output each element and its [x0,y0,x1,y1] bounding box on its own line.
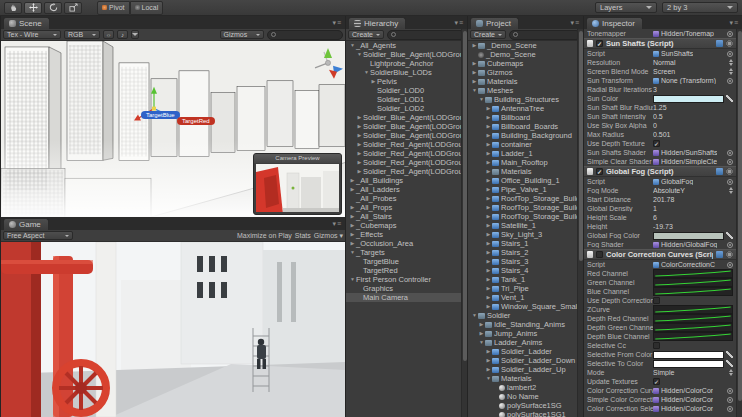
eyedropper-icon[interactable] [726,360,733,367]
expand-arrow-icon[interactable]: ▶ [485,203,492,212]
object-picker-icon[interactable] [727,406,733,412]
value-field[interactable]: 0.501 [653,131,671,138]
expand-arrow-icon[interactable]: ▶ [478,329,485,338]
project-item[interactable]: ▶Tank_1 [468,275,577,284]
expand-arrow-icon[interactable]: ▶ [356,122,363,131]
target-blue-label[interactable]: TargetBlue [141,111,180,119]
project-item[interactable]: ▶Cubemaps [468,59,577,68]
project-item[interactable]: ▶_Demo_Scene [468,41,577,50]
checkbox[interactable] [596,251,603,258]
component-header[interactable]: ✓Sun Shafts (Script) [584,38,736,49]
hierarchy-item[interactable]: Soldier_LOD1 [346,95,461,104]
project-item[interactable]: ▶Stairs_2 [468,248,577,257]
expand-arrow-icon[interactable]: ▶ [485,239,492,248]
project-item[interactable]: ▶Main_Rooftop [468,158,577,167]
object-picker-icon[interactable] [727,51,733,57]
expand-arrow-icon[interactable]: ▶ [349,203,356,212]
object-field[interactable]: GlobalFog [661,178,693,185]
hierarchy-item[interactable]: ▶_All_Ladders [346,185,461,194]
expand-arrow-icon[interactable]: ▶ [485,167,492,176]
object-field[interactable]: ColorCorrectionC [661,261,715,268]
project-item[interactable]: ▶Tri_Pipe [468,284,577,293]
expand-arrow-icon[interactable]: ▶ [471,59,478,68]
curve-field[interactable] [653,287,733,296]
stats-toggle[interactable]: Stats [295,232,311,239]
curve-field[interactable] [653,323,733,332]
expand-arrow-icon[interactable]: ▶ [349,230,356,239]
expand-arrow-icon[interactable]: ▶ [485,122,492,131]
expand-arrow-icon[interactable]: ▶ [349,185,356,194]
component-header[interactable]: ✓Global Fog (Script) [584,166,736,177]
eyedropper-icon[interactable] [726,351,733,358]
hierarchy-item[interactable]: ▶Soldier_Red_Agent(LODGroup) [346,167,461,176]
expand-arrow-icon[interactable]: ▶ [349,221,356,230]
help-icon[interactable] [716,168,723,175]
project-item[interactable]: ▶RoofTop_Storage_Build [468,212,577,221]
project-item[interactable]: ▶Materials [468,167,577,176]
expand-arrow-icon[interactable]: ▶ [485,266,492,275]
value-field[interactable]: 201.78 [653,196,674,203]
tab-project[interactable]: Project [470,17,519,29]
project-item[interactable]: ▶AntennaTree [468,104,577,113]
expand-arrow-icon[interactable]: ▶ [485,365,492,374]
project-item[interactable]: ▶Building_Background [468,131,577,140]
hierarchy-item[interactable]: _All_Probes [346,194,461,203]
object-field[interactable]: Hidden/ColorCor [661,405,713,412]
hierarchy-item[interactable]: Lightprobe_Anchor [346,59,461,68]
hierarchy-item[interactable]: ▶_Cubemaps [346,221,461,230]
object-picker-icon[interactable] [727,397,733,403]
project-item[interactable]: ▶RoofTop_Storage_Build [468,194,577,203]
expand-arrow-icon[interactable]: ▶ [478,320,485,329]
expand-arrow-icon[interactable]: ▼ [356,50,363,59]
panel-menu-icon[interactable]: ▾≡ [570,19,580,27]
value-field[interactable]: 1 [653,205,657,212]
project-item[interactable]: ▶Satellite_1 [468,221,577,230]
expand-arrow-icon[interactable]: ▶ [485,275,492,284]
hierarchy-item[interactable]: ▶_All_Buildings [346,176,461,185]
expand-arrow-icon[interactable]: ▶ [485,176,492,185]
object-field[interactable]: SunShafts [661,50,693,57]
help-icon[interactable] [716,251,723,258]
object-field[interactable]: Hidden/SimpleCle [661,158,717,165]
dropdown-value[interactable]: AbsoluteY [653,187,685,194]
project-item[interactable]: ▶Stairs_1 [468,239,577,248]
checkbox[interactable]: ✓ [653,378,660,385]
object-field[interactable]: None (Transform) [661,77,716,84]
color-swatch[interactable] [653,232,724,240]
project-item[interactable]: ▶Vent_1 [468,293,577,302]
object-picker-icon[interactable] [727,179,733,185]
hierarchy-item[interactable]: ▶Pelvis [346,77,461,86]
tab-hierarchy[interactable]: Hierarchy [348,17,406,29]
expand-arrow-icon[interactable]: ▶ [485,104,492,113]
hierarchy-item[interactable]: ▶_All_Stairs [346,212,461,221]
help-icon[interactable] [716,40,723,47]
expand-arrow-icon[interactable]: ▶ [471,77,478,86]
hierarchy-item[interactable]: ▶_Effects [346,230,461,239]
expand-arrow-icon[interactable]: ▶ [485,131,492,140]
expand-arrow-icon[interactable]: ▼ [349,275,356,284]
scene-audio-toggle[interactable]: ♪ [117,30,128,39]
checkbox[interactable]: ✓ [596,40,603,47]
hierarchy-item[interactable]: ▼_Targets [346,248,461,257]
hierarchy-item[interactable]: ▶Soldier_Blue_Agent(LODGroup) [346,122,461,131]
scene-effects-dropdown[interactable] [131,30,139,39]
expand-arrow-icon[interactable]: ▶ [485,212,492,221]
value-field[interactable]: 3 [653,86,657,93]
expand-arrow-icon[interactable]: ▶ [485,185,492,194]
expand-arrow-icon[interactable]: ▶ [485,248,492,257]
checkbox[interactable]: ✓ [596,168,603,175]
panel-menu-icon[interactable]: ▾≡ [332,19,342,27]
expand-arrow-icon[interactable]: ▶ [356,167,363,176]
hierarchy-search-input[interactable] [387,30,465,40]
expand-arrow-icon[interactable]: ▶ [485,140,492,149]
project-item[interactable]: ▶RoofTop_Storage_Build [468,203,577,212]
component-header[interactable]: Color Correction Curves (Script) [584,249,736,260]
curve-field[interactable] [653,278,733,287]
gear-icon[interactable] [726,251,733,258]
move-tool-button[interactable] [24,2,42,14]
value-field[interactable]: 0 [653,122,657,129]
expand-arrow-icon[interactable]: ▶ [485,158,492,167]
dropdown-arrows-icon[interactable] [729,68,733,75]
gear-icon[interactable] [726,168,733,175]
dropdown-arrows-icon[interactable] [729,187,733,194]
